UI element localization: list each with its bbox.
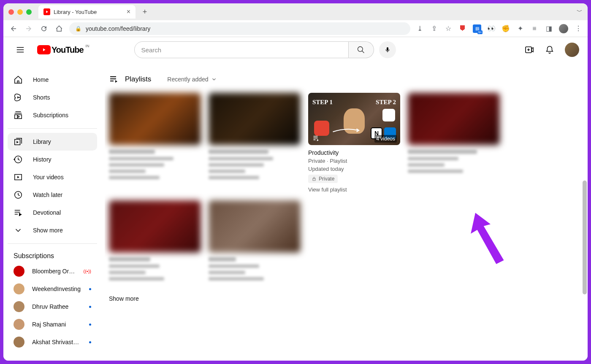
blurred-text (209, 257, 301, 280)
sidebar-item-your-videos[interactable]: Your videos (8, 168, 97, 186)
channel-name: WeekendInvesting (32, 286, 81, 292)
shorts-icon (14, 93, 23, 102)
sidebar-item-watch-later[interactable]: Watch later (8, 186, 97, 204)
subscription-channel[interactable]: Akshat Shrivasta… (8, 333, 97, 351)
youtube-region-label: IN (86, 44, 89, 48)
subscription-channel[interactable]: Bloomberg Origi… ((•)) (8, 262, 97, 280)
back-button[interactable] (8, 24, 19, 34)
playlist-thumbnail (209, 200, 301, 253)
youtube-header: YouTube IN Search (3, 37, 588, 62)
youtube-logo-text: YouTube (52, 45, 84, 55)
reading-list-icon[interactable]: ≡ (530, 24, 539, 33)
channel-avatar (14, 266, 24, 277)
sidebar-label: History (33, 156, 52, 163)
voice-search-button[interactable] (379, 41, 396, 58)
blurred-text (408, 149, 500, 173)
sidebar-item-devotional[interactable]: Devotional (8, 204, 97, 221)
browser-tab[interactable]: Library - YouTube × (38, 5, 136, 19)
channel-avatar (14, 337, 24, 348)
home-icon[interactable] (54, 24, 64, 34)
sidebar-item-shorts[interactable]: Shorts (8, 89, 97, 106)
section-title: Playlists (125, 75, 151, 84)
playlist-thumbnail (209, 93, 301, 145)
extension-badge-icon[interactable]: ▤ (473, 24, 481, 33)
close-window-button[interactable] (8, 9, 14, 15)
lock-icon: 🔒 (75, 26, 81, 32)
extension-icon[interactable]: 👀 (487, 24, 496, 33)
youtube-logo[interactable]: YouTube IN (37, 45, 84, 55)
channel-name: Akshat Shrivasta… (32, 339, 81, 345)
sidebar-item-subscriptions[interactable]: Subscriptions (8, 106, 97, 124)
sidebar-label: Devotional (33, 209, 61, 216)
sidepanel-icon[interactable]: ◨ (545, 24, 553, 33)
toolbar-icons: ⤓ ⇪ ☆ ⛊ ▤ 👀 ✊ ✦ ≡ ◨ ⋮ (415, 24, 583, 33)
sidebar: Home Shorts Subscriptions Library (3, 37, 105, 361)
chevron-down-icon (14, 226, 23, 235)
ublock-icon[interactable]: ⛊ (458, 24, 467, 33)
browser-profile-avatar[interactable] (559, 24, 568, 33)
channel-avatar (14, 283, 24, 294)
blurred-text (209, 149, 301, 179)
subscription-channel[interactable]: Dhruv Rathee (8, 298, 97, 315)
new-tab-button[interactable]: + (139, 6, 151, 18)
lock-icon (312, 176, 317, 181)
show-more-button[interactable]: Show more (109, 295, 588, 302)
playlist-grid: N 4 videos Productivity Private · Playli… (109, 93, 588, 283)
create-button[interactable] (524, 45, 534, 55)
scrollbar-track[interactable] (583, 62, 587, 356)
notifications-button[interactable] (545, 45, 555, 55)
star-icon[interactable]: ☆ (444, 24, 453, 33)
reload-button[interactable] (39, 24, 49, 34)
maximize-window-button[interactable] (26, 9, 32, 15)
new-content-dot-icon (89, 324, 91, 326)
extensions-puzzle-icon[interactable]: ✦ (516, 24, 524, 33)
minimize-window-button[interactable] (17, 9, 23, 15)
subscription-channel[interactable]: WeekendInvesting (8, 280, 97, 298)
extension-icon-2[interactable]: ✊ (502, 24, 510, 33)
browser-menu-icon[interactable]: ⋮ (574, 24, 583, 33)
youtube-play-icon (37, 45, 51, 54)
view-full-playlist-link[interactable]: View full playlist (308, 186, 400, 193)
private-badge: Private (308, 175, 338, 183)
new-content-dot-icon (89, 306, 91, 308)
channel-name: Raj Shamani (32, 321, 81, 328)
url-text: youtube.com/feed/library (86, 25, 150, 32)
video-count-badge: 4 videos (374, 135, 397, 143)
scrollbar-thumb[interactable] (583, 181, 587, 294)
close-tab-icon[interactable]: × (127, 8, 130, 16)
search-button[interactable] (349, 41, 374, 58)
playlist-title: Productivity (308, 149, 400, 156)
sidebar-label: Home (33, 76, 49, 83)
subscriptions-icon (14, 111, 23, 120)
search-input[interactable]: Search (134, 41, 349, 58)
account-avatar[interactable] (565, 43, 579, 57)
playlist-card-blurred[interactable] (109, 93, 201, 193)
sort-dropdown[interactable]: Recently added (167, 76, 217, 83)
forward-button[interactable] (24, 24, 34, 34)
subscription-channel[interactable]: Raj Shamani (8, 315, 97, 333)
channel-avatar (14, 301, 24, 312)
playlist-icon (14, 208, 23, 217)
playlist-card-blurred[interactable] (109, 200, 201, 283)
playlist-thumbnail (109, 93, 201, 145)
address-bar: 🔒 youtube.com/feed/library ⤓ ⇪ ☆ ⛊ ▤ 👀 ✊… (3, 20, 588, 37)
sidebar-item-history[interactable]: History (8, 151, 97, 168)
playlist-card-blurred[interactable] (408, 93, 500, 193)
hamburger-menu-button[interactable] (12, 41, 29, 58)
url-input[interactable]: 🔒 youtube.com/feed/library (69, 22, 410, 35)
download-icon[interactable]: ⤓ (415, 24, 424, 33)
header-right (524, 43, 579, 57)
chevron-down-icon (211, 76, 217, 82)
section-header: Playlists Recently added (109, 71, 588, 93)
blurred-text (109, 257, 201, 280)
playlist-card-blurred[interactable] (209, 93, 301, 193)
share-icon[interactable]: ⇪ (430, 24, 438, 33)
tabs-chevron-icon[interactable]: ﹀ (577, 8, 583, 16)
library-icon (14, 137, 23, 146)
playlist-thumbnail (408, 93, 500, 145)
sidebar-item-show-more[interactable]: Show more (8, 221, 97, 239)
playlist-card-productivity[interactable]: N 4 videos Productivity Private · Playli… (308, 93, 400, 193)
sidebar-item-library[interactable]: Library (8, 133, 97, 151)
playlist-card-blurred[interactable] (209, 200, 301, 283)
sidebar-item-home[interactable]: Home (8, 71, 97, 89)
